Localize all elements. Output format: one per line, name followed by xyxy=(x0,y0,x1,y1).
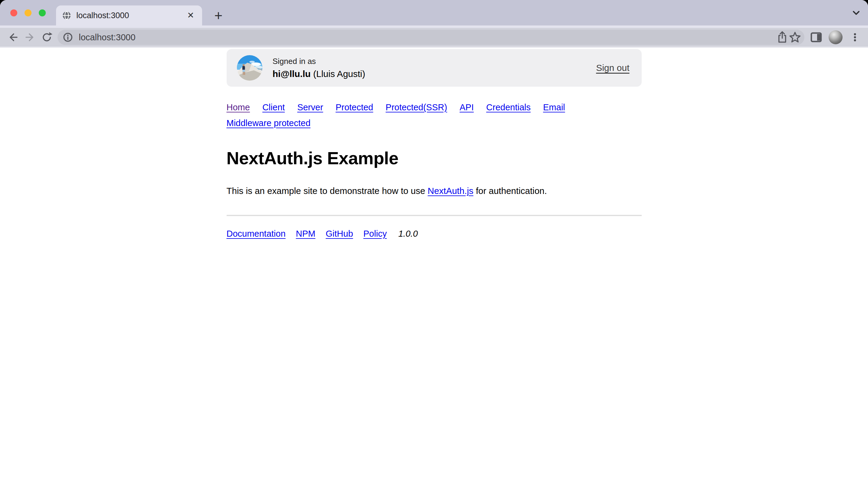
nav-link-middleware-protected[interactable]: Middleware protected xyxy=(227,115,311,131)
browser-window: localhost:3000 ✕ + xyxy=(0,0,868,487)
tab-strip xyxy=(0,26,868,28)
main-nav: Home Client Server Protected Protected(S… xyxy=(227,99,596,131)
minimize-window-button[interactable] xyxy=(25,9,32,17)
bookmark-star-icon[interactable] xyxy=(788,31,801,43)
nav-link-credentials[interactable]: Credentials xyxy=(486,99,531,115)
nav-link-client[interactable]: Client xyxy=(262,99,285,115)
version-label: 1.0.0 xyxy=(398,229,418,239)
side-panel-icon[interactable] xyxy=(810,31,823,43)
tab-title: localhost:3000 xyxy=(76,11,185,20)
signed-in-card: Signed in as hi@llu.lu (Lluis Agusti) Si… xyxy=(227,49,642,87)
maximize-window-button[interactable] xyxy=(39,9,46,17)
reload-button[interactable] xyxy=(40,31,53,43)
sign-out-button[interactable]: Sign out xyxy=(596,63,629,73)
site-info-icon[interactable] xyxy=(62,32,73,43)
nav-link-email[interactable]: Email xyxy=(543,99,565,115)
nav-link-api[interactable]: API xyxy=(460,99,474,115)
nav-link-server[interactable]: Server xyxy=(297,99,323,115)
footer-link-policy[interactable]: Policy xyxy=(363,229,386,239)
signed-in-text: Signed in as hi@llu.lu (Lluis Agusti) xyxy=(273,57,365,79)
tab-search-chevron-icon[interactable] xyxy=(852,10,860,16)
footer-link-github[interactable]: GitHub xyxy=(326,229,353,239)
nav-link-protected[interactable]: Protected xyxy=(336,99,373,115)
intro-paragraph: This is an example site to demonstrate h… xyxy=(227,186,642,196)
signed-in-label: Signed in as xyxy=(273,57,365,66)
nav-link-home[interactable]: Home xyxy=(227,99,250,115)
share-icon[interactable] xyxy=(776,31,788,43)
url-text[interactable]: localhost:3000 xyxy=(79,32,776,42)
browser-tab[interactable]: localhost:3000 ✕ xyxy=(56,5,202,26)
back-button[interactable] xyxy=(7,31,20,43)
toolbar-right-cluster xyxy=(810,30,861,44)
footer-link-documentation[interactable]: Documentation xyxy=(227,229,286,239)
page-footer: Documentation NPM GitHub Policy 1.0.0 xyxy=(227,229,642,239)
address-bar[interactable]: localhost:3000 xyxy=(58,30,804,45)
forward-button[interactable] xyxy=(24,31,36,43)
footer-divider xyxy=(227,215,642,216)
menu-kebab-icon[interactable] xyxy=(848,31,861,43)
user-name: (Lluis Agusti) xyxy=(313,69,365,79)
close-tab-icon[interactable]: ✕ xyxy=(185,10,196,21)
tab-bar: localhost:3000 ✕ + xyxy=(0,0,868,26)
browser-profile-avatar[interactable] xyxy=(829,30,842,44)
browser-toolbar: localhost:3000 xyxy=(0,28,868,47)
user-email: hi@llu.lu xyxy=(273,69,311,79)
new-tab-button[interactable]: + xyxy=(210,7,227,24)
page-title: NextAuth.js Example xyxy=(227,148,642,168)
user-avatar xyxy=(237,55,262,81)
footer-link-npm[interactable]: NPM xyxy=(296,229,315,239)
page-content: Signed in as hi@llu.lu (Lluis Agusti) Si… xyxy=(0,48,868,487)
window-controls xyxy=(10,9,46,17)
nextauth-link[interactable]: NextAuth.js xyxy=(428,186,473,196)
nav-link-protected-ssr[interactable]: Protected(SSR) xyxy=(386,99,447,115)
close-window-button[interactable] xyxy=(10,9,17,17)
globe-favicon-icon xyxy=(62,11,71,20)
